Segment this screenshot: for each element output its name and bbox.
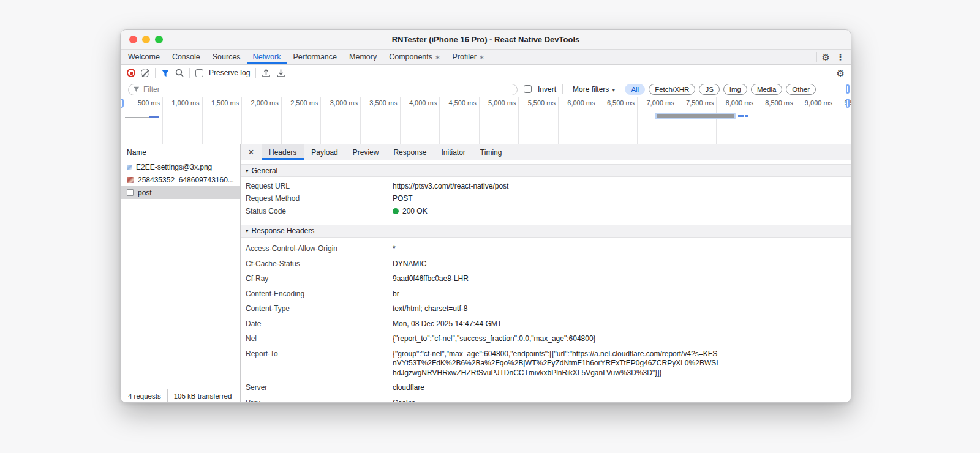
invert-checkbox[interactable] [524,85,532,93]
scrollbar-thumb[interactable] [121,99,124,108]
close-window-button[interactable] [129,36,137,43]
header-value: text/html; charset=utf-8 [393,304,467,314]
more-filters-button[interactable]: More filters▾ [573,85,615,94]
timeline-tick: 5,000 ms [480,97,519,144]
main-tab[interactable]: Performance [287,50,343,64]
timeline-tick-label: 8,500 ms [765,99,795,107]
network-settings-gear-icon[interactable]: ⚙ [837,69,845,78]
timeline-tick: 4,000 ms [401,97,440,144]
network-toolbar: Preserve log ⚙ [121,65,851,81]
detail-tab[interactable]: Initiator [434,144,472,160]
separator [189,68,190,78]
more-options-kebab-icon[interactable]: ⋮ [835,53,846,61]
main-tab[interactable]: Sources [206,50,247,64]
detail-tab[interactable]: Payload [304,144,345,160]
main-tab-label: Sources [213,53,241,61]
main-tab[interactable]: Welcome [122,50,166,64]
request-name: post [138,189,152,197]
header-row: Cf-Ray 9aad0f46ffbc0ae8-LHR [241,272,851,287]
header-value: cloudflare [393,383,424,393]
import-har-upload-icon[interactable] [262,69,271,78]
header-name: Access-Control-Allow-Origin [241,244,393,254]
header-value: 200 OK [402,207,428,217]
detail-tab[interactable]: Preview [345,144,386,160]
header-row: Request URL https://ptsv3.com/t/react-na… [241,180,851,193]
request-type-filter-pill[interactable]: JS [699,84,719,95]
waterfall-bar [745,115,748,117]
record-network-log-button[interactable] [127,69,135,77]
header-row: Content-Type text/html; charset=utf-8 [241,302,851,317]
main-tab[interactable]: Network [247,50,287,64]
close-detail-icon[interactable]: × [241,144,262,160]
timeline-tick-label: 8,000 ms [726,99,756,107]
header-value: * [393,244,396,254]
timeline-tick-label: 4,500 ms [449,99,479,107]
separator [255,68,256,78]
timeline-tick: 7,500 ms [677,97,717,144]
main-tab[interactable]: Memory [343,50,383,64]
request-name: E2EE-settings@3x.png [136,163,212,171]
name-column-header[interactable]: Name [121,144,240,160]
minimize-window-button[interactable] [142,36,150,43]
timeline-tick: 500 ms [121,97,163,144]
header-name: Request URL [241,182,393,192]
request-row[interactable]: E2EE-settings@3x.png [121,160,240,173]
general-section-header[interactable]: ▾ General [241,164,851,177]
timeline-tick: 3,000 ms [321,97,361,144]
main-tab-label: Console [172,53,200,61]
main-tab-label: Welcome [128,53,160,61]
request-detail-panel: × Headers Payload Preview Response Initi… [241,144,851,402]
header-value: DYNAMIC [393,260,426,269]
request-type-filter-pill[interactable]: Img [723,84,747,95]
main-tab[interactable]: Components ∗ [383,50,446,64]
clear-network-log-button[interactable] [141,69,149,77]
request-type-filter-pill[interactable]: All [625,84,645,95]
status-bar: 4 requests 105 kB transferred [121,389,240,402]
header-row: Server cloudflare [241,381,851,396]
detail-tab[interactable]: Response [386,144,434,160]
main-tab[interactable]: Profiler ∗ [446,50,490,64]
export-har-download-icon[interactable] [276,69,285,78]
header-name: Nel [241,334,393,344]
detail-tab[interactable]: Headers [262,144,304,160]
timeline-tick: 6,000 ms [559,97,598,144]
timeline-tick-label: 6,500 ms [607,99,637,107]
zoom-window-button[interactable] [155,36,163,43]
filter-input[interactable] [128,84,518,95]
header-row: Status Code 200 OK [241,205,851,218]
separator [155,68,156,78]
header-name: Date [241,320,393,329]
request-count: 4 requests [128,392,161,400]
request-list-panel: Name E2EE-settings@3x.png 258435352_6486… [121,144,241,402]
timeline-tick-label: 500 ms [138,99,162,107]
timeline-tick: 8,500 ms [756,97,796,144]
invert-label[interactable]: Invert [538,85,556,94]
search-icon[interactable] [175,69,184,77]
title-bar: RNTester (iPhone 16 Pro) - React Native … [121,30,851,50]
header-name: Vary [241,399,393,403]
header-name: Request Method [241,194,393,204]
detail-tab[interactable]: Timing [473,144,510,160]
request-row[interactable]: post [121,186,240,199]
preserve-log-checkbox[interactable] [195,69,203,77]
header-name: Content-Encoding [241,290,393,299]
header-value: 9aad0f46ffbc0ae8-LHR [393,274,469,284]
scrollbar-thumb[interactable] [846,99,850,108]
headers-view: ▾ General Request URL https://ptsv3.com/… [241,160,851,402]
request-type-filter-pill[interactable]: Media [751,84,782,95]
main-tab-label: Memory [349,53,377,61]
separator [816,52,817,62]
request-type-icon [127,177,134,183]
scrollbar-thumb[interactable] [846,84,850,94]
network-overview-timeline[interactable]: 500 ms 1,000 ms 1,500 ms 2,000 ms 2,500 … [121,97,851,144]
filter-funnel-icon[interactable] [161,69,170,77]
request-type-filter-pill[interactable]: Other [786,84,816,95]
timeline-tick-label: 1,000 ms [172,99,202,107]
preserve-log-label[interactable]: Preserve log [209,69,250,77]
request-type-filter-pill[interactable]: Fetch/XHR [649,84,695,95]
response-headers-section-header[interactable]: ▾ Response Headers [241,225,851,238]
header-row: Access-Control-Allow-Origin * [241,242,851,257]
main-tab[interactable]: Console [166,50,206,64]
request-row[interactable]: 258435352_648609743160... [121,173,240,186]
settings-gear-icon[interactable]: ⚙ [822,53,830,62]
